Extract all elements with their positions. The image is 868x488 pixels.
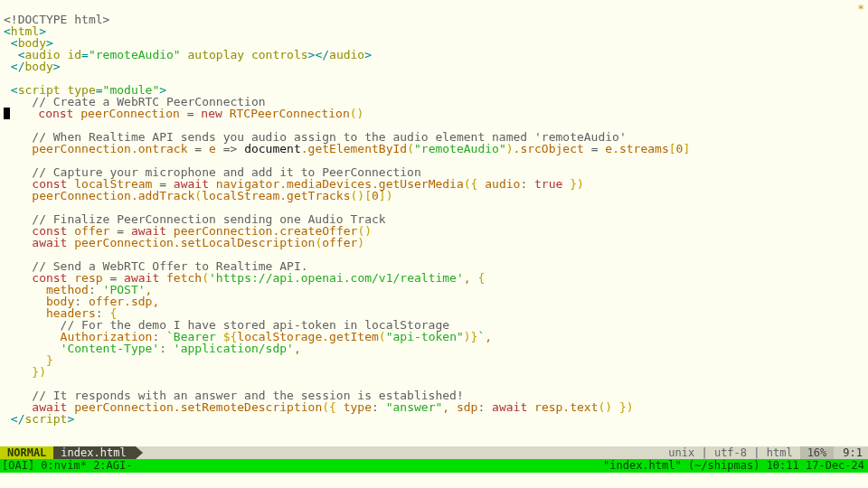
code-text: await peerConnection.setLocalDescription…: [4, 236, 364, 249]
code-text: peerConnection.addTrack(localStream.getT…: [4, 189, 393, 202]
vim-statusline: NORMAL index.html unix | utf-8 | html 16…: [0, 446, 868, 459]
tmux-right: "index.html" (~/shipmas) 10:11 17-Dec-24: [603, 459, 868, 473]
tmux-statusline: [OAI] 0:nvim* 2:AGI- "index.html" (~/shi…: [0, 459, 868, 473]
code-text: await peerConnection.setRemoteDescriptio…: [4, 400, 634, 414]
encoding-indicator: unix | utf-8 | html: [661, 446, 799, 459]
code-editor[interactable]: <!DOCTYPE html> <html> <body> <audio id=…: [0, 0, 868, 425]
percent-indicator: 16%: [800, 446, 835, 459]
filename-indicator: index.html: [53, 446, 135, 459]
tmux-session: [OAI] 0:nvim* 2:AGI-: [0, 459, 133, 473]
code-text: const peerConnection = new RTCPeerConnec…: [10, 107, 363, 120]
position-indicator: 9:1: [834, 446, 868, 459]
mark-icon: *: [857, 2, 864, 15]
code-text: </body>: [4, 60, 61, 73]
code-text: </script>: [4, 412, 74, 426]
mode-indicator: NORMAL: [0, 446, 53, 459]
code-text: peerConnection.ontrack = e => document.g…: [4, 142, 690, 155]
separator-icon: [136, 446, 143, 459]
